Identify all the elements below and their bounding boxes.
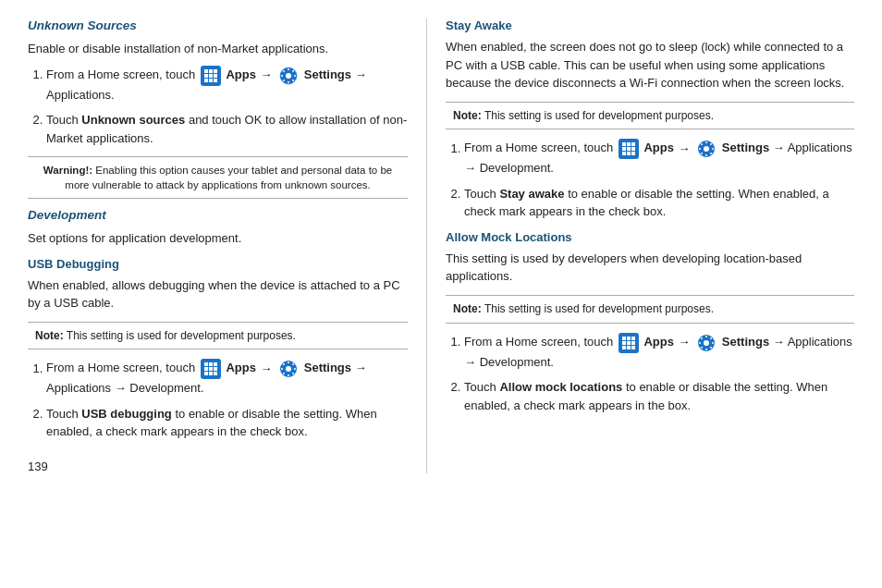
list-item: From a Home screen, touch Apps →	[464, 139, 854, 178]
stay-awake-section: Stay Awake When enabled, the screen does…	[446, 18, 854, 221]
svg-rect-36	[622, 341, 626, 345]
unknown-sources-bold: Unknown sources	[81, 113, 185, 127]
unknown-sources-intro: Enable or disable installation of non-Ma…	[28, 40, 408, 58]
usb-step1-before: From a Home screen, touch	[46, 361, 195, 375]
svg-point-10	[286, 73, 291, 79]
svg-rect-2	[214, 69, 217, 73]
settings-label-2: Settings	[304, 361, 351, 375]
list-item: Touch USB debugging to enable or disable…	[46, 405, 408, 441]
svg-point-21	[286, 366, 291, 372]
svg-rect-28	[622, 152, 626, 155]
svg-rect-3	[204, 74, 208, 78]
settings-label-3: Settings	[722, 141, 769, 155]
usb-debugging-steps: From a Home screen, touch Apps →	[37, 359, 408, 441]
note-box-mock: Note: This setting is used for developme…	[446, 295, 854, 324]
arrow-4: →	[679, 335, 694, 349]
stay-awake-title: Stay Awake	[446, 18, 854, 32]
svg-rect-1	[209, 69, 213, 73]
arrow-1: →	[261, 67, 276, 81]
list-item: From a Home screen, touch Apps →	[46, 359, 408, 398]
svg-rect-30	[631, 152, 635, 155]
svg-rect-14	[204, 367, 208, 371]
svg-rect-38	[631, 341, 635, 345]
svg-rect-6	[204, 79, 208, 82]
svg-rect-15	[209, 367, 213, 371]
note-box-usb: Note: This setting is used for developme…	[28, 322, 408, 350]
svg-rect-39	[622, 346, 626, 349]
development-intro: Set options for application development.	[28, 229, 408, 248]
step2-text: Touch Unknown sources and touch OK to al…	[46, 113, 407, 145]
arrow-3: →	[679, 141, 694, 155]
svg-point-43	[704, 340, 709, 346]
apps-icon	[619, 333, 639, 353]
svg-rect-7	[209, 79, 213, 82]
allow-mock-bold: Allow mock locations	[499, 380, 622, 394]
list-item: From a Home screen, touch Apps →	[46, 66, 408, 104]
svg-rect-40	[627, 346, 631, 349]
settings-label-4: Settings	[722, 335, 769, 349]
stay-awake-intro: When enabled, the screen does not go to …	[446, 38, 854, 92]
settings-icon-2	[278, 359, 299, 379]
apps-icon	[201, 66, 221, 86]
allow-mock-section: Allow Mock Locations This setting is use…	[446, 230, 854, 414]
svg-rect-5	[214, 74, 217, 78]
right-column: Stay Awake When enabled, the screen does…	[426, 18, 854, 473]
note-text-mock: This setting is used for development pur…	[484, 302, 714, 315]
note-text-stay: This setting is used for development pur…	[484, 109, 714, 122]
apps-icon	[201, 359, 221, 379]
list-item: Touch Unknown sources and touch OK to al…	[46, 111, 408, 147]
svg-rect-22	[622, 142, 626, 146]
note-text-usb: This setting is used for development pur…	[67, 329, 296, 342]
svg-rect-26	[627, 147, 631, 151]
stay-awake-steps: From a Home screen, touch Apps →	[455, 139, 854, 221]
allow-mock-title: Allow Mock Locations	[446, 230, 854, 244]
apps-icon	[619, 139, 639, 159]
note-box-stay-awake: Note: This setting is used for developme…	[446, 102, 854, 130]
list-item: Touch Stay awake to enable or disable th…	[464, 185, 854, 221]
svg-rect-41	[631, 346, 635, 349]
svg-rect-25	[622, 147, 626, 151]
step1-text-before: From a Home screen, touch	[46, 67, 195, 81]
warning-label: Warning!:	[43, 165, 92, 176]
svg-rect-24	[631, 142, 635, 146]
stay-step1-before: From a Home screen, touch	[464, 141, 613, 155]
svg-rect-0	[204, 69, 208, 73]
unknown-sources-section: Unknown Sources Enable or disable instal…	[28, 18, 408, 199]
settings-label-1: Settings	[304, 67, 351, 81]
arrow-2: →	[261, 361, 276, 375]
page-number: 139	[28, 459, 408, 473]
settings-icon-4	[696, 333, 717, 353]
note-label-stay: Note:	[453, 109, 482, 122]
svg-rect-27	[631, 147, 635, 151]
unknown-sources-steps: From a Home screen, touch Apps →	[37, 66, 408, 148]
note-label-mock: Note:	[453, 302, 482, 315]
settings-icon-1	[278, 66, 299, 86]
warning-box: Warning!: Enabling this option causes yo…	[28, 156, 408, 199]
svg-rect-35	[631, 337, 635, 340]
svg-rect-23	[627, 142, 631, 146]
svg-rect-12	[209, 362, 213, 366]
apps-label-2: Apps	[226, 361, 256, 375]
list-item: From a Home screen, touch Apps →	[464, 333, 854, 372]
svg-rect-13	[214, 362, 217, 366]
list-item: Touch Allow mock locations to enable or …	[464, 378, 854, 414]
note-label-usb: Note:	[35, 329, 64, 342]
allow-mock-steps: From a Home screen, touch Apps →	[455, 333, 854, 415]
usb-debugging-intro: When enabled, allows debugging when the …	[28, 276, 408, 312]
svg-rect-17	[204, 372, 208, 375]
warning-text: Enabling this option causes your tablet …	[65, 165, 392, 190]
unknown-sources-title: Unknown Sources	[28, 18, 408, 32]
svg-rect-4	[209, 74, 213, 78]
svg-rect-34	[627, 337, 631, 340]
svg-rect-29	[627, 152, 631, 155]
svg-rect-11	[204, 362, 208, 366]
apps-label-3: Apps	[643, 141, 674, 155]
allow-mock-intro: This setting is used by developers when …	[446, 250, 854, 286]
usb-debugging-bold: USB debugging	[81, 407, 172, 421]
usb-debugging-title: USB Debugging	[28, 257, 408, 271]
svg-rect-19	[214, 372, 217, 375]
left-column: Unknown Sources Enable or disable instal…	[28, 18, 426, 473]
development-section: Development Set options for application …	[28, 208, 408, 441]
apps-label-4: Apps	[643, 335, 674, 349]
svg-point-32	[704, 146, 709, 152]
